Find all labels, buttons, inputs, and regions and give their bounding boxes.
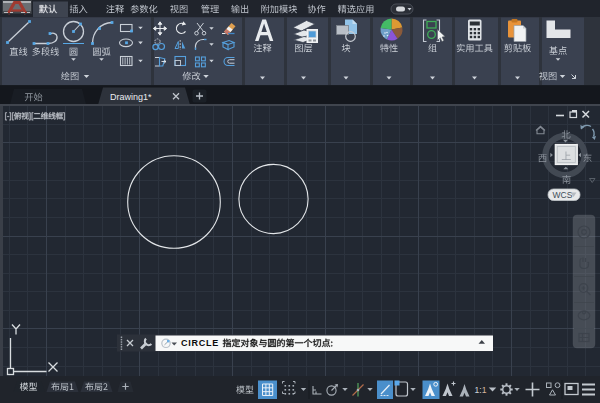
svg-text:1:1: 1:1 (475, 385, 487, 395)
svg-text:CIRCLE: CIRCLE (181, 338, 219, 348)
svg-text:Drawing1*: Drawing1* (110, 92, 152, 102)
svg-text:WCS: WCS (553, 190, 573, 200)
